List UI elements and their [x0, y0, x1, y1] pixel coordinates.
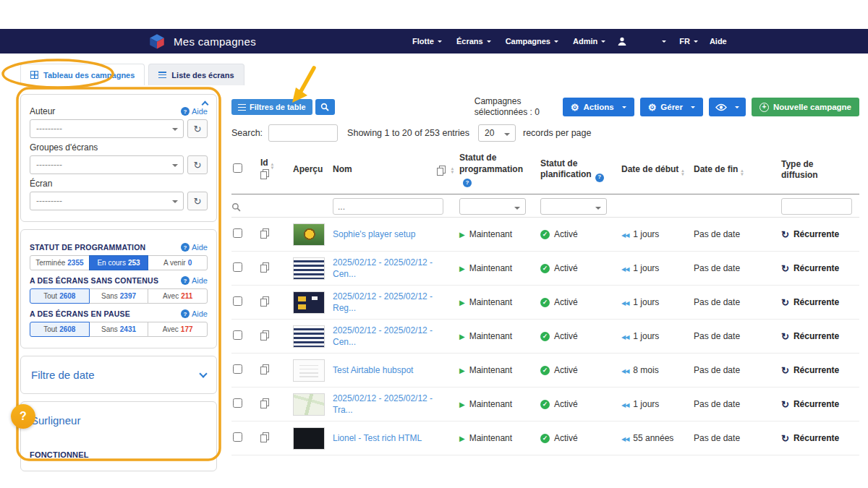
sort-icon[interactable] — [271, 162, 273, 169]
row-checkbox[interactable] — [233, 364, 242, 374]
rewind-icon — [621, 297, 629, 307]
campaign-name-link[interactable]: Lionel - Test rich HTML — [333, 432, 422, 444]
actions-button[interactable]: Actions — [563, 98, 634, 116]
floating-help-button[interactable]: ? — [11, 404, 35, 429]
campaign-thumbnail[interactable] — [293, 291, 325, 314]
user-menu[interactable] — [617, 36, 627, 46]
row-checkbox[interactable] — [233, 296, 242, 306]
campaign-thumbnail[interactable] — [293, 427, 325, 450]
table-filters-button[interactable]: Filtres de table — [231, 99, 312, 115]
tab-campaigns-table[interactable]: Tableau des campagnes — [20, 64, 145, 85]
select-all-checkbox[interactable] — [233, 163, 242, 173]
type-filter-input[interactable] — [781, 198, 852, 215]
seg-avec[interactable]: Avec211 — [148, 288, 208, 304]
play-icon — [459, 331, 465, 341]
campaign-thumbnail[interactable] — [293, 223, 325, 246]
manage-button[interactable]: Gérer — [640, 98, 703, 116]
search-input[interactable] — [268, 124, 338, 142]
refresh-author-button[interactable] — [187, 119, 208, 138]
help-icon[interactable] — [595, 174, 604, 182]
campaign-name-link[interactable]: 2025/02/12 - 2025/02/12 - Cen... — [333, 257, 454, 280]
campaign-thumbnail[interactable] — [293, 257, 325, 280]
campaign-name-link[interactable]: Sophie's player setup — [333, 228, 415, 240]
sort-icon[interactable] — [681, 168, 684, 176]
highlighter-accordion[interactable]: Surligneur — [30, 409, 208, 432]
programming-status-help[interactable]: Aide — [181, 243, 208, 252]
refresh-screen-groups-button[interactable] — [187, 155, 208, 174]
check-icon — [540, 434, 550, 443]
seg-terminee[interactable]: Terminée2355 — [30, 255, 90, 270]
screen-select[interactable]: --------- — [30, 192, 184, 210]
nav-aide[interactable]: Aide — [710, 37, 727, 46]
help-link-label: Aide — [192, 107, 208, 116]
seg-tout[interactable]: Tout2608 — [30, 322, 90, 337]
play-icon — [459, 365, 465, 375]
name-filter-input[interactable] — [333, 198, 443, 215]
row-checkbox[interactable] — [233, 330, 242, 340]
help-icon[interactable] — [463, 179, 472, 187]
row-checkbox[interactable] — [233, 228, 242, 238]
campaign-name-link[interactable]: 2025/02/12 - 2025/02/12 - Reg... — [333, 291, 454, 314]
col-id-label: Id — [260, 158, 268, 168]
seg-tout[interactable]: Tout2608 — [30, 288, 90, 304]
copy-id-button[interactable] — [260, 262, 268, 272]
seg-avec[interactable]: Avec177 — [148, 322, 208, 337]
plan-status-filter-select[interactable] — [540, 198, 607, 215]
user-menu-caret[interactable] — [662, 40, 666, 45]
campaign-thumbnail[interactable] — [293, 393, 325, 416]
author-help-link[interactable]: Aide — [181, 107, 208, 116]
row-checkbox[interactable] — [233, 262, 242, 272]
nav-ecrans[interactable]: Écrans — [456, 37, 491, 46]
end-date: Pas de date — [694, 433, 740, 443]
visibility-button[interactable] — [709, 98, 746, 116]
screens-paused-help[interactable]: Aide — [181, 309, 208, 318]
campaign-thumbnail[interactable] — [293, 359, 325, 382]
copy-id-button[interactable] — [260, 432, 268, 442]
screen-groups-select[interactable]: --------- — [30, 155, 184, 174]
nav-campagnes[interactable]: Campagnes — [506, 37, 558, 46]
campaign-thumbnail[interactable] — [293, 325, 325, 348]
new-campaign-button[interactable]: Nouvelle campagne — [752, 98, 859, 116]
campaign-name-link[interactable]: 2025/02/12 - 2025/02/12 - Cen... — [333, 325, 454, 348]
select-value: --------- — [36, 196, 62, 206]
copy-id-button[interactable] — [260, 330, 268, 340]
plan-status: Activé — [554, 263, 578, 273]
refresh-screen-button[interactable] — [187, 192, 208, 210]
seg-a-venir[interactable]: A venir0 — [148, 255, 208, 270]
seg-sans[interactable]: Sans2397 — [89, 288, 149, 304]
sort-icon[interactable] — [741, 168, 743, 176]
start-date: 1 jours — [633, 399, 659, 409]
row-checkbox[interactable] — [233, 432, 242, 442]
recurrence-icon — [781, 229, 789, 240]
sort-icon[interactable] — [451, 166, 454, 174]
end-date: Pas de date — [694, 365, 740, 375]
tab-screens-list[interactable]: Liste des écrans — [148, 64, 244, 85]
seg-en-cours[interactable]: En cours253 — [89, 255, 149, 270]
play-icon — [459, 399, 465, 409]
copy-icon[interactable] — [437, 166, 445, 175]
nav-admin[interactable]: Admin — [573, 37, 605, 46]
copy-id-button[interactable] — [260, 228, 268, 238]
help-link-label: Aide — [192, 243, 208, 252]
date-filter-accordion[interactable]: Filtre de date — [30, 364, 208, 386]
help-link-label: Aide — [192, 309, 208, 318]
copy-id-button[interactable] — [260, 364, 268, 374]
copy-id-button[interactable] — [260, 296, 268, 306]
copy-id-button[interactable] — [260, 398, 268, 408]
recurrence-icon — [781, 263, 789, 274]
copy-icon[interactable] — [260, 169, 268, 179]
campaign-name-link[interactable]: Test Airtable hubspot — [333, 364, 413, 376]
search-button[interactable] — [315, 99, 335, 115]
recurrence-icon — [781, 365, 789, 376]
page-size-select[interactable]: 20 — [478, 124, 516, 142]
screens-without-content-help[interactable]: Aide — [181, 276, 208, 285]
seg-sans[interactable]: Sans2431 — [89, 322, 149, 337]
row-checkbox[interactable] — [233, 398, 242, 408]
author-select[interactable]: --------- — [30, 119, 184, 138]
tab-label: Liste des écrans — [171, 71, 234, 80]
screens-paused-segments: Tout2608 Sans2431 Avec177 — [30, 322, 208, 337]
language-selector[interactable]: FR — [679, 37, 698, 46]
campaign-name-link[interactable]: 2025/02/12 - 2025/02/12 - Tra... — [333, 393, 454, 416]
prog-status-filter-select[interactable] — [459, 198, 526, 215]
nav-flotte[interactable]: Flotte — [412, 37, 442, 46]
